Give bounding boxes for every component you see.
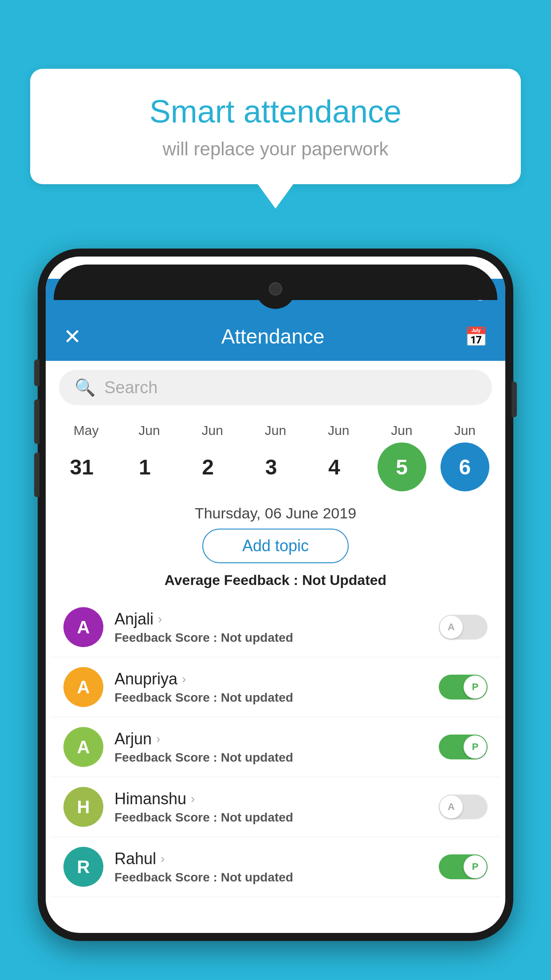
student-list: A Anjali › Feedback Score : Not updated [46, 597, 505, 897]
search-input[interactable]: Search [104, 378, 157, 397]
avg-feedback-label: Average Feedback : [165, 572, 302, 588]
calendar-month-6: Jun [438, 423, 492, 438]
silent-button [34, 453, 39, 497]
student-name-anupriya[interactable]: Anupriya › [114, 670, 428, 688]
avatar-arjun: A [63, 727, 103, 767]
speech-bubble-container: Smart attendance will replace your paper… [30, 69, 521, 209]
feedback-score-rahul: Feedback Score : Not updated [114, 870, 428, 885]
student-item-anjali[interactable]: A Anjali › Feedback Score : Not updated [50, 597, 501, 657]
chevron-right-icon: › [158, 612, 162, 626]
attendance-toggle-himanshu[interactable]: A [439, 794, 488, 819]
calendar-day-5-today[interactable]: 5 [371, 443, 433, 491]
toggle-anjali[interactable]: A [439, 615, 488, 640]
attendance-toggle-arjun[interactable]: P [439, 735, 488, 759]
app-title: Attendance [221, 324, 325, 348]
power-button [512, 382, 517, 417]
student-item-arjun[interactable]: A Arjun › Feedback Score : Not updated [50, 717, 501, 777]
student-name-himanshu[interactable]: Himanshu › [114, 790, 428, 808]
avatar-anupriya: A [63, 667, 103, 707]
speech-bubble-tail [258, 184, 293, 209]
screen-content: 🔍 Search May Jun Jun Jun Jun Jun Jun [46, 361, 505, 933]
calendar-strip: May Jun Jun Jun Jun Jun Jun 31 1 [46, 414, 505, 496]
toggle-himanshu[interactable]: A [439, 794, 488, 819]
search-bar[interactable]: 🔍 Search [59, 370, 492, 405]
feedback-score-anupriya: Feedback Score : Not updated [114, 691, 428, 705]
attendance-toggle-anupriya[interactable]: P [439, 675, 488, 699]
calendar-days-row[interactable]: 31 1 2 3 4 [55, 443, 496, 491]
toggle-thumb-rahul: P [464, 855, 487, 878]
calendar-day-0[interactable]: 31 [55, 455, 117, 479]
phone-notch-area [54, 265, 497, 300]
phone-screen: 14:29 ▲ ▲ ▮ ✕ Attendance 📅 🔍 Search [46, 257, 505, 933]
add-topic-button[interactable]: Add topic [202, 529, 349, 563]
calendar-month-0: May [59, 423, 113, 438]
calendar-month-4: Jun [312, 423, 365, 438]
calendar-months-row: May Jun Jun Jun Jun Jun Jun [55, 423, 496, 438]
attendance-toggle-anjali[interactable]: A [439, 615, 488, 640]
attendance-toggle-rahul[interactable]: P [439, 854, 488, 879]
chevron-right-icon: › [156, 732, 160, 746]
student-name-rahul[interactable]: Rahul › [114, 850, 428, 868]
calendar-month-1: Jun [122, 423, 176, 438]
calendar-day-2[interactable]: 2 [181, 455, 244, 479]
speech-bubble-title: Smart attendance [57, 93, 494, 130]
avatar-himanshu: H [63, 787, 103, 827]
calendar-month-2: Jun [186, 423, 239, 438]
avg-feedback-value: Not Updated [302, 572, 386, 588]
toggle-thumb-himanshu: A [440, 795, 463, 818]
calendar-month-3: Jun [249, 423, 302, 438]
student-item-himanshu[interactable]: H Himanshu › Feedback Score : Not update… [50, 777, 501, 837]
student-item-anupriya[interactable]: A Anupriya › Feedback Score : Not update… [50, 657, 501, 717]
toggle-thumb-anjali: A [440, 616, 463, 639]
speech-bubble: Smart attendance will replace your paper… [30, 69, 521, 184]
student-name-arjun[interactable]: Arjun › [114, 730, 428, 748]
toggle-thumb-arjun: P [464, 735, 487, 759]
speech-bubble-subtitle: will replace your paperwork [57, 138, 494, 160]
phone-wrapper: 14:29 ▲ ▲ ▮ ✕ Attendance 📅 🔍 Search [38, 249, 513, 980]
feedback-score-himanshu: Feedback Score : Not updated [114, 810, 428, 825]
volume-down-button [34, 399, 39, 444]
calendar-day-3[interactable]: 3 [244, 455, 307, 479]
avg-feedback: Average Feedback : Not Updated [46, 572, 505, 589]
chevron-right-icon: › [161, 852, 165, 866]
student-item-rahul[interactable]: R Rahul › Feedback Score : Not updated [50, 837, 501, 897]
close-button[interactable]: ✕ [63, 324, 81, 349]
calendar-icon[interactable]: 📅 [464, 326, 488, 348]
student-name-anjali[interactable]: Anjali › [114, 610, 428, 628]
toggle-thumb-anupriya: P [464, 676, 487, 699]
chevron-right-icon: › [191, 792, 195, 806]
toggle-arjun[interactable]: P [439, 735, 488, 759]
chevron-right-icon: › [182, 672, 186, 686]
selected-date-label: Thursday, 06 June 2019 [46, 505, 505, 522]
student-info-rahul: Rahul › Feedback Score : Not updated [114, 850, 428, 885]
student-info-himanshu: Himanshu › Feedback Score : Not updated [114, 790, 428, 825]
phone-outer: 14:29 ▲ ▲ ▮ ✕ Attendance 📅 🔍 Search [38, 249, 513, 941]
student-info-arjun: Arjun › Feedback Score : Not updated [114, 730, 428, 765]
search-icon: 🔍 [75, 378, 95, 397]
calendar-month-5: Jun [375, 423, 429, 438]
calendar-day-1[interactable]: 1 [118, 455, 180, 479]
phone-notch [256, 269, 295, 309]
toggle-rahul[interactable]: P [439, 854, 488, 879]
calendar-day-6-selected[interactable]: 6 [434, 443, 496, 491]
avatar-anjali: A [63, 607, 103, 647]
phone-camera [269, 282, 282, 296]
calendar-day-4[interactable]: 4 [307, 455, 370, 479]
feedback-score-anjali: Feedback Score : Not updated [114, 631, 428, 645]
student-info-anjali: Anjali › Feedback Score : Not updated [114, 610, 428, 645]
feedback-score-arjun: Feedback Score : Not updated [114, 751, 428, 765]
student-info-anupriya: Anupriya › Feedback Score : Not updated [114, 670, 428, 705]
avatar-rahul: R [63, 847, 103, 887]
toggle-anupriya[interactable]: P [439, 675, 488, 699]
volume-up-button [34, 360, 39, 386]
app-bar: ✕ Attendance 📅 [46, 312, 505, 361]
